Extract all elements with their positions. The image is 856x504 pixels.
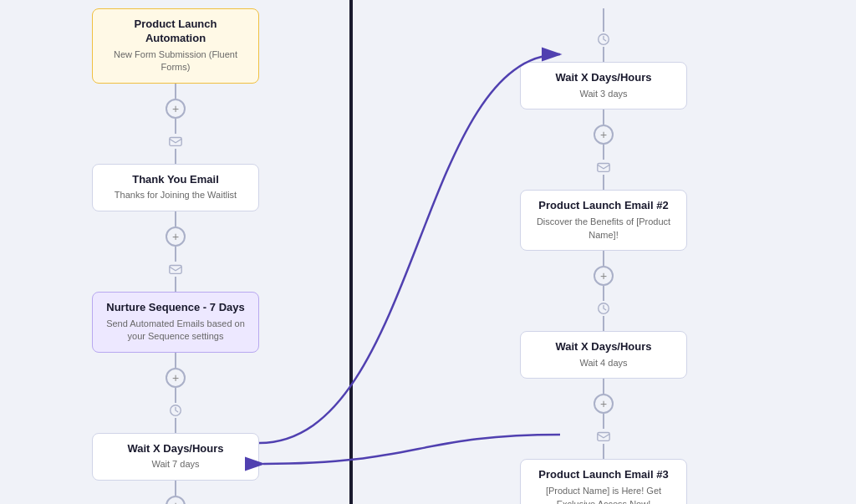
wait-4-card[interactable]: Wait X Days/Hours Wait 4 days	[520, 331, 687, 379]
add-button-3[interactable]: +	[166, 368, 186, 388]
thank-you-title: Thank You Email	[106, 173, 245, 187]
nurture-card[interactable]: Nurture Sequence - 7 Days Send Automated…	[92, 292, 259, 353]
wait-3-title: Wait X Days/Hours	[534, 71, 673, 85]
wait-4-title: Wait X Days/Hours	[534, 340, 673, 354]
add-button-r1[interactable]: +	[594, 125, 614, 145]
launch-email-3-title: Product Launch Email #3	[534, 468, 673, 482]
email-icon-2	[168, 262, 183, 277]
wait-3-node: Wait X Days/Hours Wait 3 days	[520, 62, 687, 109]
wait-7-subtitle: Wait 7 days	[106, 458, 245, 471]
clock-icon-1	[168, 403, 183, 418]
launch-email-3-subtitle: [Product Name] is Here! Get Exclusive Ac…	[534, 485, 673, 504]
email-icon-1	[168, 134, 183, 149]
connector-10	[175, 481, 176, 496]
svg-rect-7	[598, 433, 609, 441]
wait-7-node: Wait X Days/Hours Wait 7 days	[92, 433, 259, 481]
nurture-title: Nurture Sequence - 7 Days	[106, 301, 245, 315]
left-column: Product Launch Automation New Form Submi…	[0, 0, 351, 504]
email-icon-r2	[596, 429, 611, 444]
launch-email-3-card[interactable]: Product Launch Email #3 [Product Name] i…	[520, 459, 687, 504]
wait-4-node: Wait X Days/Hours Wait 4 days	[520, 331, 687, 379]
add-button-1[interactable]: +	[166, 99, 186, 119]
clock-icon-right-1	[596, 32, 611, 47]
nurture-node: Nurture Sequence - 7 Days Send Automated…	[92, 292, 259, 353]
right-column: Wait X Days/Hours Wait 3 days + Product …	[351, 0, 856, 504]
column-divider	[349, 0, 353, 504]
svg-rect-0	[170, 137, 181, 145]
wait-3-card[interactable]: Wait X Days/Hours Wait 3 days	[520, 62, 687, 109]
connector-r3	[603, 145, 604, 160]
connector-7	[175, 353, 176, 368]
connector-8	[175, 388, 176, 403]
add-button-2[interactable]: +	[166, 227, 186, 247]
nurture-subtitle: Send Automated Emails based on your Sequ…	[106, 318, 245, 344]
connector-r4	[603, 175, 604, 190]
launch-email-3-node: Product Launch Email #3 [Product Name] i…	[520, 459, 687, 504]
launch-email-2-subtitle: Discover the Benefits of [Product Name]!	[534, 216, 673, 242]
connector-1	[175, 84, 176, 99]
add-button-4[interactable]: +	[166, 496, 186, 504]
thank-you-node: Thank You Email Thanks for Joining the W…	[92, 164, 259, 211]
wait-7-card[interactable]: Wait X Days/Hours Wait 7 days	[92, 433, 259, 481]
email-icon-r1	[596, 160, 611, 175]
wait-4-subtitle: Wait 4 days	[534, 357, 673, 369]
thank-you-card[interactable]: Thank You Email Thanks for Joining the W…	[92, 164, 259, 211]
connector-r6	[603, 286, 604, 301]
connector-5	[175, 247, 176, 262]
connector-r7	[603, 316, 604, 331]
launch-email-2-node: Product Launch Email #2 Discover the Ben…	[520, 190, 687, 251]
connector-r1	[603, 47, 604, 62]
connector-2	[175, 119, 176, 134]
launch-email-2-title: Product Launch Email #2	[534, 199, 673, 213]
add-button-r2[interactable]: +	[594, 266, 614, 286]
svg-rect-5	[598, 164, 609, 172]
connector-r5	[603, 251, 604, 266]
add-button-r3[interactable]: +	[594, 394, 614, 414]
trigger-card[interactable]: Product Launch Automation New Form Submi…	[92, 8, 259, 84]
connector-r8	[603, 379, 604, 394]
right-top-connector	[603, 8, 604, 32]
trigger-title: Product Launch Automation	[106, 18, 245, 46]
connector-r2	[603, 109, 604, 125]
connector-r9	[603, 414, 604, 429]
thank-you-subtitle: Thanks for Joining the Waitlist	[106, 189, 245, 201]
trigger-subtitle: New Form Submission (Fluent Forms)	[106, 48, 245, 74]
clock-icon-r2	[596, 301, 611, 316]
trigger-node: Product Launch Automation New Form Submi…	[92, 8, 259, 84]
wait-3-subtitle: Wait 3 days	[534, 88, 673, 100]
wait-7-title: Wait X Days/Hours	[106, 442, 245, 456]
connector-9	[175, 418, 176, 433]
connector-r10	[603, 444, 604, 459]
connector-4	[175, 211, 176, 227]
connector-6	[175, 277, 176, 292]
launch-email-2-card[interactable]: Product Launch Email #2 Discover the Ben…	[520, 190, 687, 251]
connector-3	[175, 149, 176, 164]
svg-rect-1	[170, 265, 181, 273]
